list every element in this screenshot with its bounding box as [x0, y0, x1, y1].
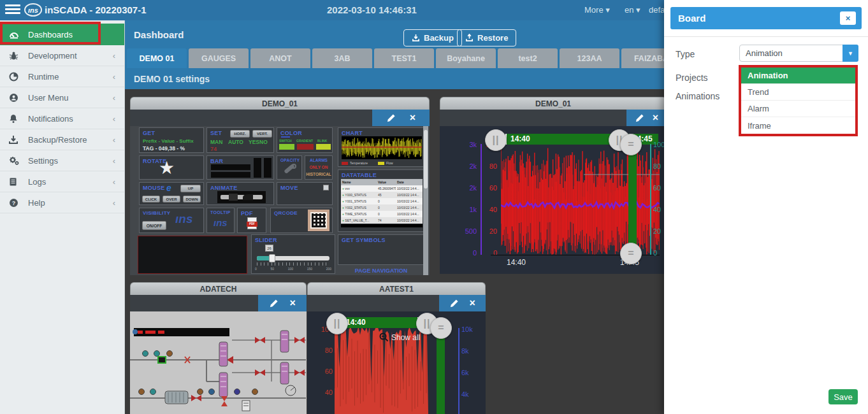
close-icon[interactable]: × — [289, 297, 295, 309]
chevron-down-icon[interactable]: ▼ — [843, 45, 858, 62]
widget-title: GET — [143, 130, 155, 136]
set-auto-button[interactable]: AUTO — [228, 139, 243, 145]
tab-anot[interactable]: ANOT — [250, 48, 310, 68]
horz-button[interactable]: HORZ. — [230, 130, 250, 138]
sidebar-item-dashboards[interactable]: Dashboards — [0, 24, 124, 45]
tab-3ab[interactable]: 3AB — [312, 48, 372, 68]
sidebar-item-runtime[interactable]: Runtime ‹ — [0, 66, 124, 87]
range-handle-left[interactable]: || — [326, 313, 348, 334]
more-menu[interactable]: More ▾ — [584, 5, 610, 15]
table-row[interactable]: + Y001_STATUS 0 10/03/22 14:4... — [341, 198, 423, 204]
sidebar-item-help[interactable]: ? Help ‹ — [0, 192, 124, 213]
table-row[interactable]: + vvv 45.26009475... 10/03/22 14:4... — [341, 185, 423, 192]
backup-button[interactable]: Backup — [403, 29, 462, 46]
dropdown-option-iframe[interactable]: Iframe — [741, 117, 855, 134]
mouse-over-button[interactable]: OVER — [163, 196, 180, 203]
runtime-icon — [9, 72, 20, 82]
widget-bar: BAR — [206, 155, 274, 180]
app-title: inSCADA - 20220307-1 — [45, 4, 147, 15]
tab-test2[interactable]: test2 — [498, 48, 558, 68]
tab-demo01[interactable]: DEMO 01 — [127, 48, 187, 68]
ins-logo: ıns — [175, 212, 192, 226]
tab-gauges[interactable]: GAUGES — [189, 48, 249, 68]
color-blink-swatch[interactable] — [316, 144, 331, 150]
edit-pencil-icon[interactable] — [269, 299, 278, 308]
table-scrollbar[interactable] — [341, 224, 423, 227]
table-row[interactable]: + Y000_STATUS 45 10/03/22 14:4... — [341, 192, 423, 198]
set-man-button[interactable]: MAN — [210, 139, 222, 145]
sidebar-item-label: Logs — [28, 177, 46, 187]
value-handle-bottom[interactable]: = — [620, 243, 642, 264]
edit-pencil-icon[interactable] — [386, 113, 396, 123]
datatable-header[interactable]: Name Value Date — [341, 179, 423, 185]
table-row[interactable]: + SET_VALUE_T... 74 10/03/22 14:4... — [341, 217, 423, 224]
language-menu[interactable]: en ▾ — [625, 5, 640, 15]
close-icon[interactable]: × — [840, 11, 856, 25]
sidebar-item-notifications[interactable]: Notifications ‹ — [0, 108, 124, 129]
sidebar-item-logs[interactable]: Logs ‹ — [0, 171, 124, 192]
chevron-left-icon: ‹ — [113, 156, 115, 166]
slider-handle[interactable] — [269, 254, 275, 262]
edit-pencil-icon[interactable] — [449, 299, 459, 308]
panel-scrollbar[interactable] — [423, 126, 428, 275]
mouse-click-button[interactable]: CLICK — [142, 196, 160, 203]
sidebar-item-user-menu[interactable]: User Menu ‹ — [0, 87, 124, 108]
panel-actions: × — [307, 295, 486, 311]
show-all-control[interactable]: Show all — [379, 332, 420, 342]
save-button[interactable]: Save — [828, 389, 858, 404]
vert-button[interactable]: VERT. — [252, 130, 272, 138]
widget-tooltip: TOOLTIP ıns — [206, 208, 235, 233]
range-handle-left[interactable]: || — [485, 129, 507, 151]
close-icon[interactable]: × — [469, 297, 475, 309]
vbar — [254, 158, 261, 178]
table-row[interactable]: + Y002_STATUS 0 10/03/22 14:4... — [341, 204, 423, 211]
value-range-slider[interactable] — [628, 153, 637, 245]
board-panel: Board × Type Animation ▼ Projects Animat… — [664, 0, 868, 414]
mouse-up-button[interactable]: UP — [180, 185, 201, 192]
color-switch-swatch[interactable] — [279, 144, 294, 150]
axis-tick-label: 10k — [461, 325, 473, 334]
value-range-slider[interactable] — [437, 338, 445, 414]
alarms-historical: HISTORICAL — [305, 172, 332, 176]
chevron-left-icon: ‹ — [113, 198, 115, 208]
dropdown-option-animation[interactable]: Animation — [741, 68, 855, 84]
document-icon — [9, 177, 20, 187]
table-row[interactable]: + TIME_STATUS 0 10/03/22 14:4... — [341, 211, 423, 217]
y-axis-right — [650, 144, 651, 255]
value-handle-top[interactable]: = — [430, 317, 452, 339]
set-yesno-button[interactable]: YESNO — [249, 139, 268, 145]
tab-boyahane[interactable]: Boyahane — [436, 48, 496, 68]
color-gradient-swatch[interactable] — [297, 144, 314, 150]
value-handle-top[interactable]: = — [620, 134, 642, 155]
sidebar-item-backup-restore[interactable]: Backup/Restore ‹ — [0, 129, 124, 150]
close-icon[interactable]: × — [653, 112, 658, 124]
tab-123aa[interactable]: 123AA — [560, 48, 619, 68]
axis-tick-label: 40 — [653, 205, 661, 214]
sidebar-item-settings[interactable]: Settings ‹ — [0, 150, 124, 171]
hamburger-menu-icon[interactable] — [5, 4, 20, 16]
profile-menu[interactable]: defa — [649, 5, 665, 15]
pdf-icon[interactable]: PDF — [247, 217, 257, 229]
dropdown-option-alarm[interactable]: Alarm — [741, 101, 855, 117]
star-icon[interactable]: ★ — [159, 157, 175, 178]
tab-test1[interactable]: TEST1 — [374, 48, 434, 68]
sidebar-item-development[interactable]: Development ‹ — [0, 45, 124, 66]
dropdown-option-trend[interactable]: Trend — [741, 84, 855, 101]
widget-title: MOVE — [280, 185, 298, 191]
widget-pdf: PDF PDF — [237, 208, 266, 233]
pid-diagram-drawing — [130, 311, 306, 414]
settings-bar-title: DEMO 01 settings — [134, 74, 210, 84]
sidebar-item-label: Backup/Restore — [28, 135, 87, 145]
sidebar-item-label: Settings — [28, 156, 58, 166]
onoff-button[interactable]: ON/OFF — [142, 221, 166, 230]
edit-pencil-icon[interactable] — [635, 113, 644, 123]
close-icon[interactable]: × — [410, 112, 416, 124]
color-switch-label: SWITCH — [279, 139, 292, 143]
mouse-down-button[interactable]: DOWN — [183, 196, 201, 203]
move-checkbox[interactable] — [323, 185, 329, 190]
axis-tick-label: 40 — [316, 388, 333, 397]
restore-button[interactable]: Restore — [457, 29, 516, 46]
type-select[interactable]: Animation ▼ — [739, 45, 858, 62]
widget-title: ALARMS — [305, 158, 332, 162]
ins-logo: ıns — [213, 217, 228, 228]
